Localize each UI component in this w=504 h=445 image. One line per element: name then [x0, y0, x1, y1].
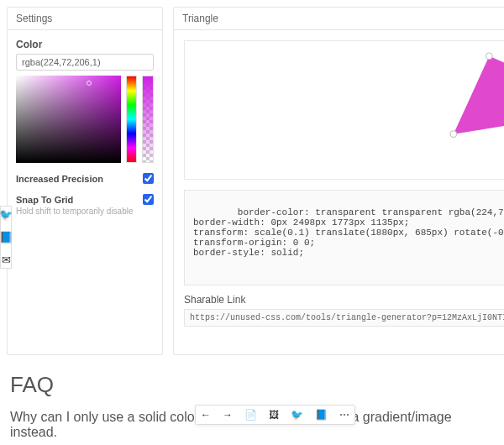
saturation-square[interactable]: [16, 76, 121, 163]
triangle-title: Triangle: [174, 8, 504, 30]
share-link-text: https://unused-css.com/tools/triangle-ge…: [190, 313, 504, 322]
toolbar-facebook-icon[interactable]: 📘: [315, 409, 328, 421]
snap-to-grid-checkbox[interactable]: [143, 194, 154, 205]
triangle-panel: Triangle border-color: transparent trans…: [173, 7, 504, 355]
share-link-box[interactable]: https://unused-css.com/tools/triangle-ge…: [184, 309, 504, 327]
triangle-shape[interactable]: [454, 56, 504, 134]
color-input[interactable]: [16, 54, 154, 71]
triangle-canvas[interactable]: [184, 40, 504, 180]
mail-icon[interactable]: ✉: [2, 254, 11, 266]
snap-to-grid-label: Snap To Grid: [16, 195, 73, 205]
share-link-label: Sharable Link: [184, 294, 504, 306]
toolbar-prev-icon[interactable]: ←: [201, 409, 211, 421]
vertex-handle-c[interactable]: [450, 131, 457, 138]
alpha-slider[interactable]: [142, 76, 154, 163]
color-label: Color: [16, 39, 154, 50]
increased-precision-label: Increased Precision: [16, 174, 103, 184]
settings-title: Settings: [8, 8, 162, 30]
toolbar-image-icon[interactable]: 🖼: [269, 409, 279, 421]
faq-heading: FAQ: [10, 372, 494, 398]
color-picker[interactable]: [16, 76, 154, 163]
facebook-icon[interactable]: 📘: [0, 231, 13, 243]
toolbar-more-icon[interactable]: ⋯: [339, 409, 349, 421]
toolbar-next-icon[interactable]: →: [223, 409, 233, 421]
picker-cursor[interactable]: [87, 81, 92, 86]
vertex-handle-a[interactable]: [486, 53, 492, 60]
hue-slider[interactable]: [126, 76, 138, 163]
css-output-text: border-color: transparent transparent rg…: [193, 207, 504, 258]
toolbar-twitter-icon[interactable]: 🐦: [291, 409, 303, 421]
increased-precision-checkbox[interactable]: [143, 173, 154, 184]
toolbar-file-icon[interactable]: 📄: [244, 409, 257, 421]
css-output[interactable]: border-color: transparent transparent rg…: [184, 190, 504, 285]
twitter-icon[interactable]: 🐦: [0, 208, 13, 221]
settings-panel: Settings Color Increased Precision Snap …: [7, 7, 163, 355]
snap-hint: Hold shift to temporarily disable: [16, 207, 154, 216]
floating-toolbar: ← → 📄 🖼 🐦 📘 ⋯: [195, 405, 355, 425]
social-dock: 🐦 📘 ✉: [0, 206, 12, 269]
